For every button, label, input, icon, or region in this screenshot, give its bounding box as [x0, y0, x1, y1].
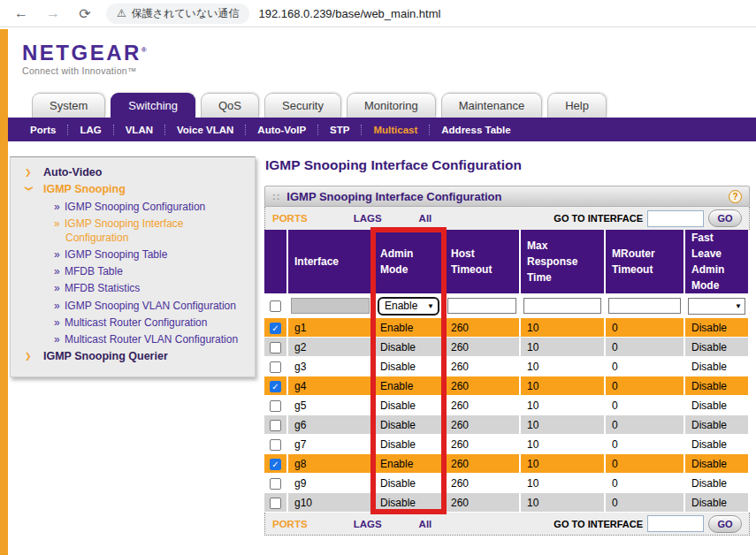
subnav-item-vlan[interactable]: VLAN: [113, 125, 164, 135]
row-checkbox-g8[interactable]: ✓: [270, 459, 281, 470]
interface-cell: g8: [287, 454, 373, 474]
table-row-g1: ✓g1Enable260100Disable: [264, 318, 749, 338]
tab-qos[interactable]: QoS: [201, 93, 259, 118]
go-button[interactable]: GO: [708, 209, 742, 227]
subnav-item-address-table[interactable]: Address Table: [429, 125, 522, 135]
sidebar-item-mfdb-statistics[interactable]: » MFDB Statistics: [16, 280, 249, 297]
all-link[interactable]: All: [419, 519, 432, 529]
tab-switching[interactable]: Switching: [111, 93, 195, 118]
check-icon: ✓: [271, 323, 279, 333]
sidebar-item-igmp-snooping-table[interactable]: » IGMP Snooping Table: [16, 247, 249, 263]
interface-cell: g2: [287, 338, 373, 357]
fast-leave-admin-mode-cell: Disable: [684, 454, 749, 474]
host-timeout-cell: 260: [444, 376, 520, 396]
panel-header: :: IGMP Snooping Interface Configuration…: [264, 186, 750, 207]
table-row-g3: g3Disable260100Disable: [264, 357, 749, 376]
mrouter-timeout-cell: 0: [605, 454, 684, 474]
tab-monitoring[interactable]: Monitoring: [347, 93, 436, 118]
forward-icon[interactable]: →: [42, 5, 64, 21]
double-chevron-icon: »: [54, 282, 60, 294]
sidebar-group-igmp-snooping[interactable]: ❯IGMP Snooping: [16, 181, 249, 198]
sidebar-group-label: IGMP Snooping Querier: [43, 350, 168, 362]
reload-icon[interactable]: ⟳: [74, 5, 95, 22]
admin-mode-filter-select[interactable]: Enable ▼: [378, 297, 439, 316]
select-all-checkbox[interactable]: [270, 300, 281, 312]
mrouter-timeout-cell: 0: [605, 493, 684, 513]
sidebar-menu: ❯Auto-Video❯IGMP Snooping» IGMP Snooping…: [10, 156, 256, 377]
double-chevron-icon: »: [54, 248, 60, 261]
lags-link[interactable]: LAGS: [354, 213, 382, 224]
interface-cell: g9: [287, 474, 373, 493]
goto-interface-input[interactable]: [647, 515, 704, 532]
orange-side-stripe: [0, 29, 8, 555]
row-checkbox-g10[interactable]: [270, 498, 281, 509]
fast-leave-admin-mode-cell: Disable: [684, 376, 749, 396]
double-chevron-icon: »: [54, 201, 60, 213]
ports-link[interactable]: PORTS: [272, 519, 308, 529]
address-bar-url[interactable]: 192.168.0.239/base/web_main.html: [258, 7, 440, 20]
row-checkbox-g4[interactable]: ✓: [270, 381, 281, 392]
check-icon: ✓: [271, 460, 279, 469]
max-response-time-cell: 10: [520, 454, 605, 474]
interface-cell: g4: [287, 376, 373, 396]
mrouter-timeout-cell: 0: [605, 474, 684, 493]
row-checkbox-g5[interactable]: [270, 400, 281, 412]
host-timeout-cell: 260: [444, 338, 520, 357]
sidebar-item-multicast-router-vlan-configuration[interactable]: » Multicast Router VLAN Configuration: [16, 331, 249, 348]
tab-system[interactable]: System: [32, 93, 105, 118]
host-timeout-cell: 260: [444, 435, 520, 454]
row-checkbox-g3[interactable]: [270, 361, 281, 373]
subnav-item-auto-voip[interactable]: Auto-VoIP: [245, 125, 317, 135]
host-timeout-cell: 260: [444, 415, 520, 435]
interface-filter-input: [291, 298, 370, 314]
sidebar-group-igmp-snooping-querier[interactable]: ❯IGMP Snooping Querier: [16, 348, 249, 365]
sidebar-item-igmp-snooping-vlan-configuration[interactable]: » IGMP Snooping VLAN Configuration: [16, 297, 249, 314]
help-icon[interactable]: ?: [729, 190, 742, 203]
admin-mode-cell: Disable: [373, 396, 444, 415]
sidebar-group-auto-video[interactable]: ❯Auto-Video: [16, 164, 249, 181]
tab-maintenance[interactable]: Maintenance: [441, 93, 542, 118]
sidebar-item-multicast-router-configuration[interactable]: » Multicast Router Configuration: [16, 314, 249, 331]
subnav-item-lag[interactable]: LAG: [67, 125, 112, 135]
security-chip[interactable]: ⚠ 保護されていない通信: [106, 4, 249, 24]
row-checkbox-g1[interactable]: ✓: [270, 323, 281, 334]
mrouter-timeout-filter-input[interactable]: [608, 298, 681, 314]
checkbox-cell: ✓: [264, 376, 287, 396]
interface-cell: g10: [287, 493, 373, 513]
sidebar-item-igmp-snooping-configuration[interactable]: » IGMP Snooping Configuration: [16, 198, 249, 215]
all-link[interactable]: All: [419, 213, 432, 224]
check-icon: ✓: [271, 382, 279, 392]
row-checkbox-g2[interactable]: [270, 342, 281, 354]
tab-security[interactable]: Security: [264, 93, 341, 118]
checkbox-cell: [264, 435, 287, 454]
host-timeout-filter-input[interactable]: [447, 298, 516, 314]
back-icon[interactable]: ←: [11, 5, 32, 21]
interface-cell: g6: [287, 415, 373, 435]
subnav-item-voice-vlan[interactable]: Voice VLAN: [164, 125, 245, 135]
checkbox-cell: [264, 396, 287, 415]
subnav-item-stp[interactable]: STP: [317, 125, 361, 135]
goto-interface-label: GO TO INTERFACE: [554, 213, 643, 224]
checkbox-cell: ✓: [264, 318, 287, 338]
row-checkbox-g9[interactable]: [270, 478, 281, 490]
go-button[interactable]: GO: [708, 515, 742, 533]
sidebar-item-mfdb-table[interactable]: » MFDB Table: [16, 263, 249, 280]
fast-leave-admin-mode-cell: Disable: [684, 338, 749, 357]
lags-link[interactable]: LAGS: [354, 519, 382, 529]
ports-link[interactable]: PORTS: [272, 213, 308, 224]
host-timeout-cell: 260: [444, 396, 520, 415]
checkbox-cell: [264, 474, 287, 493]
row-checkbox-g6[interactable]: [270, 420, 281, 431]
chevron-down-icon: ▼: [735, 302, 742, 310]
admin-mode-cell: Enable: [373, 376, 444, 396]
row-checkbox-g7[interactable]: [270, 439, 281, 451]
goto-interface-input[interactable]: [647, 210, 704, 227]
table-row-g4: ✓g4Enable260100Disable: [264, 376, 749, 396]
subnav-item-multicast[interactable]: Multicast: [361, 125, 429, 135]
tab-help[interactable]: Help: [547, 93, 607, 118]
fast-leave-filter-select[interactable]: ▼: [688, 298, 745, 315]
sidebar-item-igmp-snooping-interface-configuration[interactable]: » IGMP Snooping Interface Configuration: [16, 215, 249, 246]
max-response-time-filter-input[interactable]: [523, 298, 601, 314]
subnav-item-ports[interactable]: Ports: [19, 125, 67, 135]
max-response-time-cell: 10: [520, 415, 605, 435]
